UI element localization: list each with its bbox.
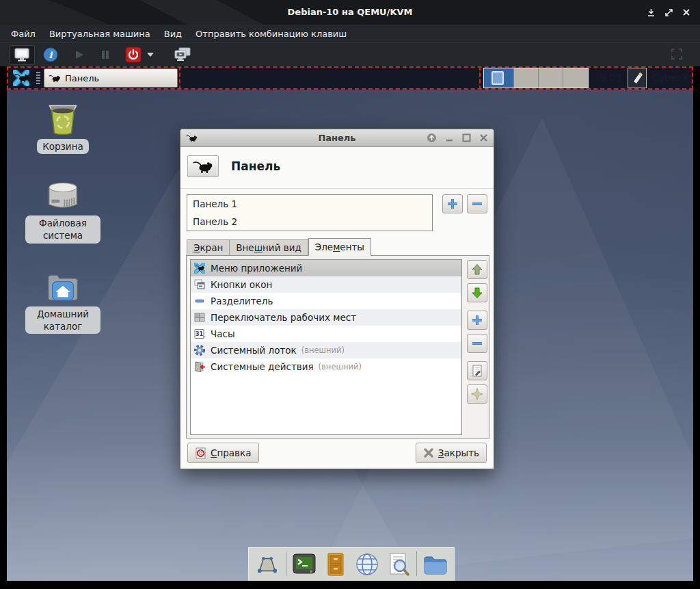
file-cabinet-icon[interactable]	[323, 551, 349, 578]
pause-icon[interactable]	[95, 45, 116, 65]
panel-username[interactable]: Cyber-X	[652, 73, 689, 83]
remove-item-button[interactable]	[467, 334, 487, 353]
desktop-icon-column: Корзина Файловая система	[22, 102, 104, 334]
taskbar-window-label: Панель	[65, 73, 99, 83]
menu-send-key[interactable]: Отправить комбинацию клавиш	[196, 29, 347, 39]
panels-list-item[interactable]: Панель 1	[187, 195, 432, 213]
move-down-icon	[470, 286, 484, 300]
window-buttons-item-icon	[193, 278, 206, 291]
panel-clock[interactable]: 19:03	[594, 73, 621, 83]
maximize-icon[interactable]	[663, 7, 674, 18]
workspace-3[interactable]	[539, 68, 563, 88]
terminal-icon[interactable]	[291, 551, 318, 578]
items-tab-page: Меню приложений Кнопки окон	[186, 255, 489, 439]
home-icon	[45, 271, 81, 304]
close-button[interactable]: Закрыть	[416, 443, 487, 463]
panel-item-row[interactable]: Системный лоток(внешний)	[191, 342, 461, 358]
dialog-titlebar[interactable]: Панель	[180, 129, 494, 147]
workspace-2[interactable]	[514, 68, 539, 88]
dialog-tabs: Экран Внешний вид Элементы	[187, 238, 494, 255]
pointer-device-tray-icon[interactable]	[628, 68, 647, 88]
about-item-icon	[470, 387, 484, 401]
panel-item-row[interactable]: Разделитель	[191, 293, 461, 309]
desktop-icon-filesystem[interactable]: Файловая система	[22, 180, 104, 243]
host-toolbar: i	[0, 42, 700, 66]
minimize-icon[interactable]	[645, 7, 656, 18]
remove-panel-icon	[470, 197, 484, 211]
dropdown-caret-icon[interactable]	[144, 45, 157, 64]
host-menubar: Файл Виртуальная машина Вид Отправить ко…	[0, 25, 700, 42]
dialog-header: Панель	[180, 147, 494, 184]
edit-item-button[interactable]	[467, 361, 487, 380]
panel-item-row[interactable]: Системные действия(внешний)	[191, 358, 461, 375]
menu-virtual-machine[interactable]: Виртуальная машина	[49, 29, 150, 39]
file-manager-icon[interactable]	[422, 551, 448, 578]
dialog-header-title: Панель	[231, 159, 280, 173]
filesystem-icon	[45, 180, 81, 213]
desktop-icon-label: Файловая система	[25, 215, 100, 243]
panel-items-list[interactable]: Меню приложений Кнопки окон	[190, 259, 462, 435]
svg-text:31: 31	[196, 331, 204, 337]
workspace-4[interactable]	[563, 68, 588, 88]
show-desktop-icon[interactable]	[254, 551, 281, 578]
fullscreen-icon[interactable]	[671, 49, 682, 62]
vm-display[interactable]: Панель 19:03 Cyber-X	[7, 66, 693, 581]
menu-file[interactable]: Файл	[11, 29, 36, 39]
panels-list[interactable]: Панель 1 Панель 2	[187, 194, 433, 231]
move-down-button[interactable]	[467, 283, 487, 302]
workspace-switcher-item-icon	[193, 311, 206, 324]
dialog-footer: Справка Закрыть	[180, 443, 494, 463]
xfce-bottom-dock	[248, 547, 455, 581]
clock-item-icon: 31	[193, 328, 206, 340]
panel-drag-handle-icon[interactable]	[36, 72, 40, 84]
tab-appearance[interactable]: Внешний вид	[230, 239, 308, 255]
add-item-button[interactable]	[467, 311, 487, 330]
panel-item-row[interactable]: Меню приложений	[191, 260, 461, 276]
panel-item-row[interactable]: Кнопки окон	[191, 276, 461, 293]
panel-preferences-dialog: Панель	[180, 129, 494, 469]
remove-item-icon	[470, 337, 484, 350]
trash-icon	[45, 102, 81, 136]
screenshot-displays-icon[interactable]	[172, 45, 193, 65]
desktop-icon-trash[interactable]: Корзина	[22, 102, 104, 154]
panels-list-item[interactable]: Панель 2	[187, 213, 432, 231]
workspace-window-preview	[492, 71, 504, 85]
panel-item-row[interactable]: 31 Часы	[191, 326, 461, 342]
move-up-button[interactable]	[467, 260, 487, 279]
xfce-applications-menu-icon[interactable]	[8, 68, 34, 88]
play-icon[interactable]	[69, 45, 90, 65]
move-up-icon	[470, 263, 484, 276]
tab-items[interactable]: Элементы	[308, 238, 371, 256]
desktop-icon-label: Корзина	[37, 139, 88, 154]
maximize-icon[interactable]	[462, 133, 471, 142]
virtual-display-icon[interactable]	[9, 45, 35, 65]
desktop-icon-home[interactable]: Домашний каталог	[22, 271, 104, 334]
help-button[interactable]: Справка	[187, 443, 259, 463]
add-item-icon	[470, 313, 484, 327]
close-icon[interactable]	[479, 133, 488, 142]
dock-separator	[416, 551, 417, 576]
add-panel-button[interactable]	[442, 194, 463, 213]
divider	[180, 188, 494, 189]
screenshot-root: Debian-10 на QEMU/KVM Файл Виртуальная м…	[0, 0, 700, 589]
dock-separator	[286, 551, 286, 576]
taskbar-window-button[interactable]: Панель	[44, 68, 178, 88]
panel-item-row[interactable]: Переключатель рабочих мест	[191, 309, 461, 326]
workspace-switcher[interactable]	[483, 68, 589, 88]
about-item-button[interactable]	[467, 384, 487, 404]
menu-view[interactable]: Вид	[164, 29, 182, 39]
panel-right-plugins: 19:03 Cyber-X	[479, 66, 692, 90]
shade-icon[interactable]	[427, 133, 437, 143]
host-titlebar[interactable]: Debian-10 на QEMU/KVM	[0, 0, 700, 25]
info-icon[interactable]: i	[40, 45, 61, 65]
document-search-icon[interactable]	[385, 551, 412, 578]
remove-panel-button[interactable]	[467, 194, 487, 213]
help-icon	[195, 447, 206, 459]
close-icon[interactable]	[681, 7, 692, 18]
workspace-1[interactable]	[484, 68, 514, 88]
power-icon[interactable]	[124, 45, 143, 64]
web-browser-icon[interactable]	[354, 551, 381, 578]
minimize-icon[interactable]	[445, 133, 454, 142]
host-window-title: Debian-10 на QEMU/KVM	[0, 0, 700, 25]
tab-screen[interactable]: Экран	[187, 239, 230, 255]
